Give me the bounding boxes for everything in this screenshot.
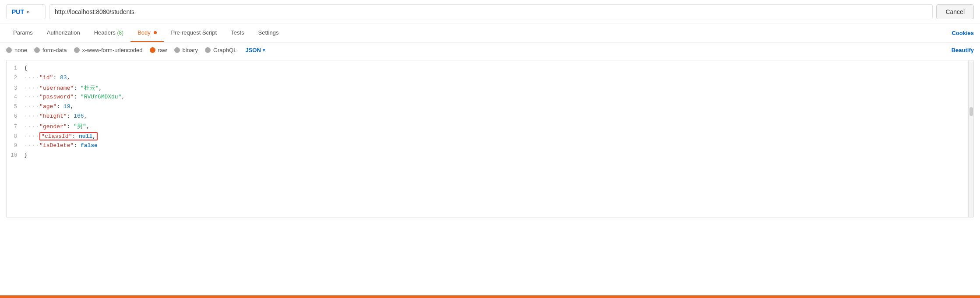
line-number-4: 4	[7, 94, 24, 100]
editor-content: 1 { 2 ····"id": 83, 3 ····"username": "杜…	[7, 60, 973, 164]
line-number-1: 1	[7, 65, 24, 71]
table-row: 2 ····"id": 83,	[7, 74, 973, 83]
line-number-9: 9	[7, 143, 24, 149]
radio-form-data-dot	[34, 47, 40, 53]
table-row: 6 ····"height": 166,	[7, 112, 973, 122]
line-content-3: ····"username": "杜云",	[24, 84, 973, 92]
radio-form-data[interactable]: form-data	[34, 47, 67, 53]
radio-raw[interactable]: raw	[150, 47, 167, 53]
top-bar: PUT ▾ Cancel	[0, 0, 980, 24]
radio-urlencoded[interactable]: x-www-form-urlencoded	[74, 47, 143, 53]
tab-authorization[interactable]: Authorization	[40, 24, 87, 42]
line-content-9: ····"isDelete": false	[24, 142, 973, 149]
line-content-10: }	[24, 152, 973, 158]
tab-settings[interactable]: Settings	[251, 24, 286, 42]
radio-none[interactable]: none	[6, 47, 27, 53]
line-number-7: 7	[7, 124, 24, 130]
tab-params[interactable]: Params	[6, 24, 40, 42]
line-number-3: 3	[7, 85, 24, 91]
scroll-thumb[interactable]	[969, 107, 973, 116]
table-row: 10 }	[7, 151, 973, 161]
radio-binary-dot	[174, 47, 180, 53]
cookies-link[interactable]: Cookies	[952, 25, 974, 42]
tab-prerequest[interactable]: Pre-request Script	[164, 24, 224, 42]
headers-badge: (8)	[117, 30, 123, 36]
table-row: 4 ····"password": "RVUY6MDXdu",	[7, 93, 973, 102]
line-number-6: 6	[7, 113, 24, 119]
tab-body[interactable]: Body	[130, 24, 164, 42]
json-chevron-icon: ▾	[263, 48, 265, 53]
line-number-10: 10	[7, 152, 24, 158]
line-content-8: ····"classId": null,	[24, 132, 973, 140]
table-row: 8 ····"classId": null,	[7, 131, 973, 141]
line-number-8: 8	[7, 133, 24, 140]
beautify-button[interactable]: Beautify	[952, 47, 974, 53]
table-row: 7 ····"gender": "男",	[7, 122, 973, 131]
tabs-bar: Params Authorization Headers (8) Body Pr…	[0, 24, 980, 42]
radio-none-dot	[6, 47, 12, 53]
method-selector[interactable]: PUT ▾	[6, 4, 46, 19]
radio-graphql[interactable]: GraphQL	[205, 47, 236, 53]
method-chevron-icon: ▾	[27, 10, 29, 14]
line-number-2: 2	[7, 75, 24, 81]
cancel-button[interactable]: Cancel	[936, 4, 974, 19]
line-content-2: ····"id": 83,	[24, 74, 973, 81]
body-dot-indicator	[154, 31, 157, 34]
table-row: 9 ····"isDelete": false	[7, 141, 973, 151]
editor-scrollbar[interactable]	[968, 60, 973, 217]
tab-headers[interactable]: Headers (8)	[87, 24, 130, 42]
json-format-dropdown[interactable]: JSON ▾	[245, 47, 264, 53]
line-content-4: ····"password": "RVUY6MDXdu",	[24, 94, 973, 100]
table-row: 3 ····"username": "杜云",	[7, 83, 973, 93]
line-content-6: ····"height": 166,	[24, 113, 973, 119]
table-row: 1 {	[7, 64, 973, 74]
body-options-bar: none form-data x-www-form-urlencoded raw…	[0, 42, 980, 58]
line-content-5: ····"age": 19,	[24, 103, 973, 110]
radio-binary[interactable]: binary	[174, 47, 198, 53]
radio-raw-dot	[150, 47, 155, 53]
radio-urlencoded-dot	[74, 47, 80, 53]
line-content-7: ····"gender": "男",	[24, 123, 973, 130]
url-input[interactable]	[49, 4, 933, 19]
tab-tests[interactable]: Tests	[224, 24, 251, 42]
method-label: PUT	[12, 8, 24, 15]
radio-graphql-dot	[205, 47, 211, 53]
line-content-1: {	[24, 65, 973, 71]
table-row: 5 ····"age": 19,	[7, 102, 973, 112]
code-editor[interactable]: 1 { 2 ····"id": 83, 3 ····"username": "杜…	[6, 60, 974, 217]
line-number-5: 5	[7, 104, 24, 110]
